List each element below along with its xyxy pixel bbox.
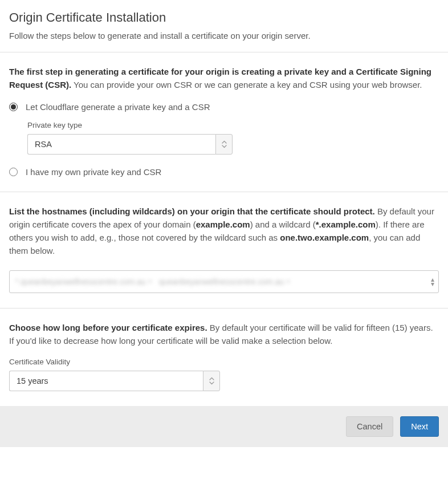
- validity-label: Certificate Validity: [9, 358, 439, 366]
- select-stepper-icon[interactable]: [203, 371, 220, 391]
- next-button[interactable]: Next: [400, 416, 439, 437]
- page-title: Origin Certificate Installation: [9, 10, 439, 25]
- cancel-button[interactable]: Cancel: [346, 416, 393, 437]
- radio-own[interactable]: [9, 168, 18, 176]
- hostnames-input[interactable]: *.queanbeyanwellnesscentre.com.au× quean…: [9, 270, 439, 293]
- step2-intro: List the hostnames (including wildcards)…: [9, 205, 439, 258]
- validity-block: Certificate Validity: [9, 358, 439, 391]
- close-icon[interactable]: ×: [148, 278, 152, 286]
- section-hostnames: List the hostnames (including wildcards)…: [0, 192, 448, 308]
- page-subtitle: Follow the steps below to generate and i…: [9, 31, 439, 40]
- step1-intro-rest: You can provide your own CSR or we can g…: [71, 80, 422, 90]
- private-key-type-select[interactable]: [27, 134, 233, 155]
- validity-select[interactable]: [9, 371, 220, 391]
- hostnames-box[interactable]: *.queanbeyanwellnesscentre.com.au× quean…: [9, 270, 439, 293]
- private-key-type-block: Private key type: [27, 121, 439, 155]
- section-key-csr: The first step in generating a certifica…: [0, 52, 448, 192]
- step2-intro-bold: List the hostnames (including wildcards)…: [9, 206, 375, 216]
- select-stepper-icon[interactable]: ▴▾: [431, 277, 434, 286]
- step1-intro: The first step in generating a certifica…: [9, 65, 439, 92]
- hostname-tag[interactable]: *.queanbeyanwellnesscentre.com.au×: [15, 277, 152, 286]
- page-header: Origin Certificate Installation Follow t…: [0, 0, 448, 52]
- radio-generate[interactable]: [9, 103, 18, 111]
- radio-generate-label: Let Cloudflare generate a private key an…: [26, 102, 210, 112]
- step3-intro-bold: Choose how long before your certificate …: [9, 323, 207, 332]
- select-stepper-icon[interactable]: [215, 134, 233, 155]
- private-key-type-label: Private key type: [27, 121, 439, 129]
- step3-intro: Choose how long before your certificate …: [9, 321, 439, 348]
- footer-actions: Cancel Next: [0, 406, 448, 447]
- close-icon[interactable]: ×: [286, 278, 290, 286]
- validity-input[interactable]: [9, 371, 203, 391]
- section-validity: Choose how long before your certificate …: [0, 308, 448, 407]
- radio-own-label: I have my own private key and CSR: [26, 167, 161, 177]
- radio-row-own[interactable]: I have my own private key and CSR: [9, 167, 439, 177]
- radio-row-generate[interactable]: Let Cloudflare generate a private key an…: [9, 102, 439, 112]
- private-key-type-input[interactable]: [27, 134, 215, 155]
- hostname-tag[interactable]: queanbeyanwellnesscentre.com.au×: [159, 277, 291, 286]
